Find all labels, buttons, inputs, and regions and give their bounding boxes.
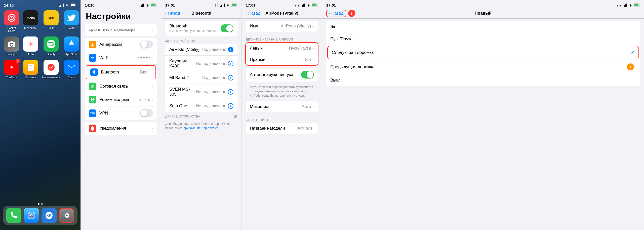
chevron-icon: › (313, 57, 314, 62)
device-soloone[interactable]: Solo One Не подключено i (165, 100, 237, 112)
dock-settings[interactable] (59, 208, 74, 223)
time-right: 17:01 (326, 3, 336, 7)
svg-rect-22 (151, 4, 155, 6)
headphone-icon (617, 4, 621, 7)
ear-detection-toggle[interactable] (301, 71, 314, 79)
settings-row-hotspot[interactable]: Режим модема Выкл. › (85, 93, 157, 106)
device-miband[interactable]: MI Band 2 Подключено i (165, 72, 237, 84)
row-label: Режим модема (99, 97, 139, 102)
airplane-icon (89, 41, 96, 48)
step-badge-2: 2 (348, 10, 355, 17)
app-grid: Pocket Casts mono monobank IMDb IMDb Twi… (0, 8, 80, 81)
about-section-header: ОБ УСТРОЙСТВЕ (242, 114, 322, 123)
profile-row[interactable]: Apple ID, iCloud, медиаматери... › (85, 24, 157, 36)
svg-rect-17 (67, 64, 75, 70)
airpods-scroll[interactable]: Имя AirPods (Vitaliy) › ДВОЙНОЕ КАСАНИЕ … (242, 19, 322, 230)
device-info-btn[interactable]: i (228, 61, 233, 66)
back-button[interactable]: ‹ Назад (165, 11, 180, 16)
dock-safari[interactable] (24, 208, 39, 223)
settings-row-bluetooth[interactable]: Bluetooth Вкл. › (86, 66, 155, 79)
option-prev-track[interactable]: Предыдущая дорожка 1 (326, 60, 640, 74)
option-next-track[interactable]: Следующая дорожка ✓ (328, 46, 638, 59)
app-imdb[interactable]: IMDb IMDb (42, 10, 60, 32)
app-pocket-casts[interactable]: Pocket Casts (4, 10, 19, 32)
app-notes[interactable]: Заметки (23, 60, 38, 79)
step-badge-1: 1 (627, 63, 634, 70)
hotspot-icon (89, 96, 96, 103)
apple-watch-link[interactable]: приложение Apple Watch (183, 126, 218, 130)
right-options-scroll[interactable]: Siri Пуск/Пауза Следующая дорожка ✓ Пред… (322, 19, 644, 230)
airpods-left-row[interactable]: Левый Пуск/Пауза › (246, 43, 318, 54)
right-nav: ‹ Назад 2 Правый (322, 8, 644, 19)
device-info-btn[interactable]: i (228, 103, 233, 109)
mic-section: Микрофон Авто › (246, 101, 318, 112)
app-camera[interactable]: Камера (4, 36, 19, 56)
back-button-airpods[interactable]: ‹ Назад (246, 11, 260, 16)
mic-value: Авто (302, 104, 311, 109)
app-mail[interactable]: Почта (64, 60, 79, 79)
app-label: Spotify (47, 53, 55, 56)
settings-row-vpn[interactable]: VPN VPN (85, 106, 157, 120)
device-sven[interactable]: SVEN MS-305 Не подключено i (165, 84, 237, 100)
airpods-screen: 17:01 ‹ Назад AirPods (Vitaliy) (242, 0, 322, 230)
model-row[interactable]: Название модели AirPods (246, 123, 318, 134)
device-keyboard[interactable]: Keyboard K480 Не подключено i (165, 56, 237, 72)
settings-screen: 14:10 Настройки Apple ID, iCloud, медиам… (80, 0, 161, 230)
settings-row-notifications[interactable]: Уведомления › (85, 122, 157, 135)
back-label: Назад (248, 11, 261, 16)
chevron-icon: › (152, 56, 153, 60)
back-label: Назад (168, 11, 180, 16)
option-playpause[interactable]: Пуск/Пауза (326, 33, 640, 45)
dock-phone[interactable] (6, 208, 21, 223)
page-dot (41, 203, 43, 205)
app-reminders[interactable]: Напоминания (42, 60, 60, 79)
chevron-icon: › (313, 24, 314, 28)
device-info-btn[interactable]: i (228, 47, 233, 52)
app-twitter[interactable]: Twitter (64, 10, 79, 32)
ear-detection-row[interactable]: Автообнаружение уха (246, 68, 318, 82)
status-bar-bt: Bluetooth 17:01 (161, 0, 242, 8)
mic-row[interactable]: Микрофон Авто › (246, 101, 318, 112)
bluetooth-nav: ‹ Назад Bluetooth (161, 8, 242, 19)
svg-point-4 (11, 17, 12, 18)
option-label: Следующая дорожка (332, 50, 631, 55)
bluetooth-value: Вкл. (140, 70, 149, 75)
airpods-right-row[interactable]: Правый Siri › (246, 54, 318, 65)
device-status: Не подключено (196, 103, 226, 108)
app-photos[interactable]: Фото (23, 36, 38, 56)
airpods-name-section: Имя AirPods (Vitaliy) › (246, 21, 318, 32)
device-info-btn[interactable]: i (228, 75, 233, 81)
row-label: Авиарежим (99, 42, 140, 47)
app-appstore[interactable]: App Store (64, 36, 79, 56)
settings-row-airplane[interactable]: Авиарежим (85, 38, 157, 51)
wifi-icon (65, 4, 69, 7)
name-value: AirPods (Vitaliy) (281, 24, 311, 29)
device-info-btn[interactable]: i (228, 89, 233, 95)
airpods-nav-title: AirPods (Vitaliy) (265, 11, 298, 16)
bluetooth-toggle[interactable] (221, 24, 233, 32)
dock-telegram[interactable] (42, 208, 57, 223)
bluetooth-nav-title: Bluetooth (191, 11, 211, 16)
bluetooth-toggle-section: Bluetooth Имя при обнаружении: «iPhone». (165, 21, 237, 36)
cellular-icon (89, 83, 96, 90)
chevron-icon: › (152, 126, 153, 131)
bluetooth-scroll[interactable]: Bluetooth Имя при обнаружении: «iPhone».… (161, 19, 242, 230)
settings-row-wifi[interactable]: Wi-Fi •••••••• › (85, 51, 157, 65)
device-airpods[interactable]: AirPods (Vitaliy) Подключено i (165, 44, 237, 56)
option-off[interactable]: Выкл. (326, 74, 640, 86)
app-youtube[interactable]: 4 YouTube (4, 60, 19, 79)
app-monobank[interactable]: mono monobank (23, 10, 38, 32)
bluetooth-icon (90, 68, 98, 76)
option-siri[interactable]: Siri (326, 21, 640, 33)
app-label: Pocket Casts (4, 26, 19, 32)
vpn-toggle[interactable] (140, 109, 153, 117)
airpods-name-row[interactable]: Имя AirPods (Vitaliy) › (246, 21, 318, 32)
chevron-icon: › (313, 46, 314, 51)
other-devices-note: Для объединения в пару iPhone и Apple Wa… (161, 120, 242, 132)
settings-scroll[interactable]: Настройки Apple ID, iCloud, медиаматери.… (81, 8, 161, 230)
back-button-right[interactable]: ‹ Назад (326, 10, 346, 17)
settings-row-cellular[interactable]: Сотовая связь › (85, 80, 157, 93)
app-spotify[interactable]: Spotify (42, 36, 60, 56)
airplane-toggle[interactable] (140, 41, 153, 48)
right-options-section: Siri Пуск/Пауза Следующая дорожка ✓ Пред… (326, 21, 640, 86)
